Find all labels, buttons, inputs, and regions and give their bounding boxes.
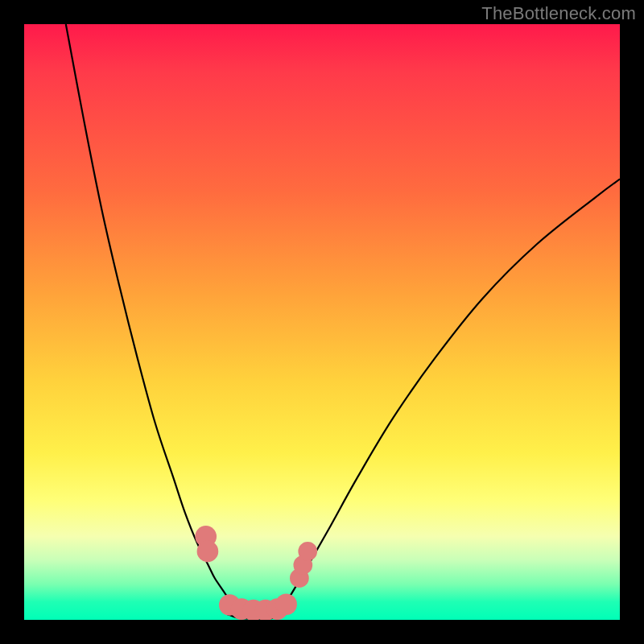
valley-marker xyxy=(197,541,219,563)
chart-stage: TheBottleneck.com xyxy=(0,0,644,644)
valley-marker xyxy=(275,593,297,615)
curve-right-curve xyxy=(275,179,620,617)
valley-marker xyxy=(298,542,317,561)
plot-area xyxy=(24,24,620,620)
attribution-text: TheBottleneck.com xyxy=(481,3,636,24)
chart-svg xyxy=(24,24,620,620)
curve-left-curve xyxy=(66,24,239,617)
